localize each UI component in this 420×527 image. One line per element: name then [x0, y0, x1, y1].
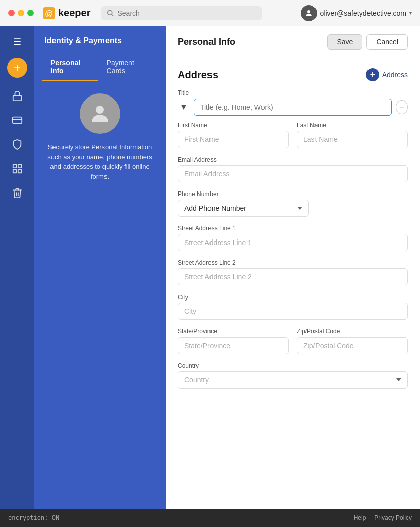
menu-icon[interactable]: ☰: [9, 32, 25, 52]
street2-group: Street Address Line 2: [178, 259, 408, 285]
content-title: Personal Info: [178, 37, 235, 47]
phone-group: Phone Number Add Phone Number: [178, 190, 408, 217]
first-name-group: First Name: [178, 122, 289, 148]
last-name-label: Last Name: [297, 122, 408, 129]
traffic-lights: [8, 10, 34, 16]
city-label: City: [178, 294, 408, 301]
state-zip-row: State/Province Zip/Postal Code: [178, 328, 408, 354]
app-logo: @ keeper: [42, 6, 91, 20]
close-button[interactable]: [8, 10, 15, 16]
name-row: First Name Last Name: [178, 122, 408, 148]
person-icon: [88, 102, 112, 126]
avatar-section: Securely store Personal Information such…: [34, 81, 166, 189]
remove-address-button[interactable]: −: [396, 100, 408, 114]
search-input[interactable]: [118, 9, 256, 17]
collapse-button[interactable]: ▼: [178, 101, 190, 114]
street2-row: Street Address Line 2: [178, 259, 408, 285]
content-header: Personal Info Save Cancel: [166, 26, 420, 58]
svg-text:@: @: [45, 9, 53, 18]
main-layout: ☰ +: [0, 26, 420, 509]
user-menu[interactable]: oliver@safetydetective.com ▾: [301, 5, 412, 21]
add-address-icon: +: [366, 68, 379, 81]
first-name-input[interactable]: [178, 131, 289, 148]
nav-icon-shield[interactable]: [7, 134, 27, 155]
city-row: City: [178, 294, 408, 320]
nav-icon-cards[interactable]: [7, 110, 27, 130]
user-email: oliver@safetydetective.com: [320, 9, 406, 17]
maximize-button[interactable]: [27, 10, 34, 16]
cancel-button[interactable]: Cancel: [366, 34, 408, 50]
add-address-button[interactable]: + Address: [366, 68, 408, 81]
svg-rect-9: [18, 165, 21, 168]
footer: encryption: ON Help Privacy Policy: [0, 509, 420, 527]
lock-icon: [12, 90, 23, 102]
svg-rect-8: [13, 165, 16, 168]
grid-icon: [12, 163, 23, 174]
form-area: Address + Address Title ▼ − First Name: [166, 58, 420, 509]
city-input[interactable]: [178, 303, 408, 320]
tab-personal-info[interactable]: Personal Info: [42, 54, 98, 81]
street1-label: Street Address Line 1: [178, 225, 408, 232]
shield-icon: [12, 139, 23, 150]
nav-icon-vault[interactable]: [7, 86, 27, 106]
email-row: Email Address: [178, 156, 408, 182]
user-dropdown-arrow: ▾: [409, 10, 412, 16]
tab-payment-cards[interactable]: Payment Cards: [98, 54, 158, 81]
country-select[interactable]: Country: [178, 371, 408, 389]
svg-rect-6: [13, 117, 22, 124]
privacy-link[interactable]: Privacy Policy: [374, 514, 412, 521]
zip-group: Zip/Postal Code: [297, 328, 408, 354]
add-address-label: Address: [382, 71, 408, 79]
svg-point-4: [307, 10, 310, 13]
add-button[interactable]: +: [7, 58, 27, 78]
country-label: Country: [178, 362, 408, 369]
main-content: Personal Info Save Cancel Address + Addr…: [166, 26, 420, 509]
help-link[interactable]: Help: [354, 514, 366, 521]
country-group: Country Country: [178, 362, 408, 389]
trash-icon: [12, 187, 23, 199]
last-name-input[interactable]: [297, 131, 408, 148]
section-header: Address + Address: [178, 68, 408, 81]
svg-rect-11: [18, 170, 21, 173]
state-label: State/Province: [178, 328, 289, 335]
nav-tabs: Personal Info Payment Cards: [34, 54, 166, 81]
first-name-label: First Name: [178, 122, 289, 129]
info-description: Securely store Personal Information such…: [42, 142, 158, 181]
street1-group: Street Address Line 1: [178, 225, 408, 251]
street1-input[interactable]: [178, 234, 408, 251]
street1-row: Street Address Line 1: [178, 225, 408, 251]
logo-icon: @: [42, 6, 56, 20]
search-icon: [107, 10, 114, 17]
save-button[interactable]: Save: [327, 34, 362, 50]
profile-avatar: [80, 93, 120, 134]
email-input[interactable]: [178, 165, 408, 182]
footer-links: Help Privacy Policy: [354, 514, 412, 521]
street2-label: Street Address Line 2: [178, 259, 408, 266]
last-name-group: Last Name: [297, 122, 408, 148]
encryption-status: encryption: ON: [8, 514, 59, 521]
title-input[interactable]: [194, 99, 392, 116]
avatar: [301, 5, 317, 21]
phone-select[interactable]: Add Phone Number: [178, 200, 309, 217]
svg-point-2: [107, 10, 112, 15]
street2-input[interactable]: [178, 268, 408, 285]
state-input[interactable]: [178, 337, 289, 354]
nav-icon-trash[interactable]: [7, 183, 27, 203]
nav-panel-title: Identity & Payments: [34, 26, 166, 54]
svg-point-12: [96, 106, 104, 114]
svg-line-3: [111, 14, 113, 16]
title-label: Title: [178, 89, 408, 97]
user-icon: [304, 9, 313, 18]
title-row: ▼ −: [178, 99, 408, 116]
nav-icon-grid[interactable]: [7, 159, 27, 179]
nav-panel: Identity & Payments Personal Info Paymen…: [34, 26, 166, 509]
card-icon: [12, 115, 23, 126]
logo-text: keeper: [58, 7, 91, 19]
section-title: Address: [178, 69, 218, 81]
icon-sidebar: ☰ +: [0, 26, 34, 509]
zip-input[interactable]: [297, 337, 408, 354]
header-buttons: Save Cancel: [327, 34, 408, 50]
minimize-button[interactable]: [18, 10, 24, 16]
search-bar[interactable]: [101, 6, 262, 20]
titlebar: @ keeper oliver@safetydetective.com ▾: [0, 0, 420, 26]
